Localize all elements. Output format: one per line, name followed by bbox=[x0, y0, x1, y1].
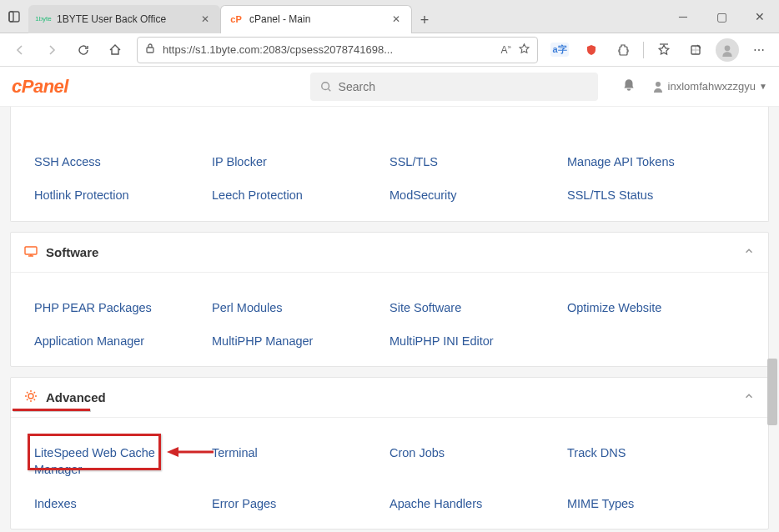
link-php-pear-packages[interactable]: PHP PEAR Packages bbox=[34, 301, 152, 314]
extensions-button[interactable] bbox=[608, 37, 638, 63]
forward-button[interactable] bbox=[37, 37, 67, 63]
tab-cpanel[interactable]: cP cPanel - Main ✕ bbox=[220, 5, 412, 33]
software-icon bbox=[24, 244, 38, 260]
link-ssl-tls-status[interactable]: SSL/TLS Status bbox=[567, 188, 653, 202]
link-ssh-access[interactable]: SSH Access bbox=[34, 155, 101, 168]
home-button[interactable] bbox=[100, 37, 130, 63]
close-icon[interactable]: ✕ bbox=[390, 13, 403, 25]
link-ip-blocker[interactable]: IP Blocker bbox=[212, 155, 267, 168]
maximize-button[interactable]: ▢ bbox=[702, 2, 741, 32]
translate-button[interactable]: a字 bbox=[545, 37, 575, 63]
link-manage-api-tokens[interactable]: Manage API Tokens bbox=[567, 155, 675, 168]
scrollbar-thumb[interactable] bbox=[767, 359, 777, 425]
tab-1byte[interactable]: 1byte 1BYTE User Back Office ✕ bbox=[28, 5, 220, 33]
svg-rect-7 bbox=[25, 247, 37, 254]
refresh-button[interactable] bbox=[68, 37, 98, 63]
browser-toolbar: https://s1.1byte.com:2083/cpsess20787416… bbox=[0, 33, 779, 67]
chevron-up-icon[interactable] bbox=[743, 390, 755, 404]
profile-button[interactable] bbox=[712, 37, 742, 63]
svg-rect-2 bbox=[147, 48, 153, 53]
link-optimize-website[interactable]: Optimize Website bbox=[567, 301, 661, 314]
svg-point-6 bbox=[656, 82, 661, 87]
link-perl-modules[interactable]: Perl Modules bbox=[212, 301, 283, 314]
shield-button[interactable] bbox=[576, 37, 606, 63]
tab-label: 1BYTE User Back Office bbox=[57, 13, 199, 25]
link-multiphp-manager[interactable]: MultiPHP Manager bbox=[212, 334, 313, 348]
link-track-dns[interactable]: Track DNS bbox=[567, 446, 626, 459]
lock-icon bbox=[144, 43, 156, 57]
username: inxlomfahwxzzgyu bbox=[668, 80, 756, 93]
address-bar[interactable]: https://s1.1byte.com:2083/cpsess20787416… bbox=[137, 37, 538, 63]
software-items: PHP PEAR Packages Perl Modules Site Soft… bbox=[11, 273, 768, 367]
cpanel-logo[interactable]: cPanel bbox=[12, 76, 68, 98]
software-panel: Software PHP PEAR Packages Perl Modules … bbox=[10, 232, 769, 368]
link-multiphp-ini-editor[interactable]: MultiPHP INI Editor bbox=[390, 334, 494, 348]
minimize-button[interactable]: ─ bbox=[664, 2, 702, 32]
link-terminal[interactable]: Terminal bbox=[212, 446, 258, 459]
link-modsecurity[interactable]: ModSecurity bbox=[390, 188, 457, 202]
svg-point-4 bbox=[725, 45, 731, 51]
favicon-1byte: 1byte bbox=[37, 13, 50, 26]
advanced-icon bbox=[24, 389, 38, 405]
annotation-box bbox=[28, 434, 161, 470]
advanced-title: Advanced bbox=[46, 390, 106, 404]
link-mime-types[interactable]: MIME Types bbox=[567, 497, 634, 510]
cpanel-header: cPanel inxlomfahwxzzgyu ▼ bbox=[0, 67, 779, 107]
annotation-arrow bbox=[165, 444, 215, 460]
tab-overview-button[interactable] bbox=[0, 0, 28, 33]
close-icon[interactable]: ✕ bbox=[199, 13, 212, 25]
user-icon bbox=[651, 80, 665, 93]
notifications-button[interactable] bbox=[621, 78, 636, 95]
svg-point-8 bbox=[28, 394, 33, 399]
advanced-header[interactable]: Advanced bbox=[11, 378, 768, 418]
link-error-pages[interactable]: Error Pages bbox=[212, 497, 276, 510]
link-application-manager[interactable]: Application Manager bbox=[34, 334, 144, 348]
link-cron-jobs[interactable]: Cron Jobs bbox=[390, 446, 445, 459]
annotation-underline bbox=[13, 409, 90, 411]
favicon-cpanel: cP bbox=[229, 13, 243, 26]
close-window-button[interactable]: ✕ bbox=[741, 2, 779, 32]
search-input[interactable] bbox=[310, 73, 598, 101]
tab-label: cPanel - Main bbox=[249, 13, 390, 25]
new-tab-button[interactable]: + bbox=[412, 8, 437, 33]
user-menu[interactable]: inxlomfahwxzzgyu ▼ bbox=[651, 80, 767, 93]
software-header[interactable]: Software bbox=[11, 233, 768, 273]
favorite-icon[interactable] bbox=[518, 43, 530, 58]
link-apache-handlers[interactable]: Apache Handlers bbox=[390, 497, 482, 510]
favorites-button[interactable] bbox=[649, 37, 679, 63]
software-title: Software bbox=[46, 245, 98, 259]
avatar-icon bbox=[716, 38, 739, 62]
back-button[interactable] bbox=[5, 37, 35, 63]
url-text: https://s1.1byte.com:2083/cpsess20787416… bbox=[163, 43, 495, 56]
svg-marker-10 bbox=[167, 447, 178, 457]
reader-icon[interactable]: A» bbox=[501, 43, 511, 56]
chevron-up-icon[interactable] bbox=[743, 245, 755, 259]
link-ssl-tls[interactable]: SSL/TLS bbox=[390, 155, 438, 168]
svg-point-5 bbox=[321, 82, 329, 89]
search-icon bbox=[320, 81, 332, 93]
link-indexes[interactable]: Indexes bbox=[34, 497, 77, 510]
svg-rect-1 bbox=[9, 12, 13, 22]
security-panel: SSH Access IP Blocker SSL/TLS Manage API… bbox=[10, 107, 769, 222]
browser-tabs: 1byte 1BYTE User Back Office ✕ cP cPanel… bbox=[28, 0, 664, 33]
link-hotlink-protection[interactable]: Hotlink Protection bbox=[34, 188, 129, 202]
content-area: SSH Access IP Blocker SSL/TLS Manage API… bbox=[0, 107, 779, 532]
svg-rect-0 bbox=[9, 12, 19, 22]
link-leech-protection[interactable]: Leech Protection bbox=[212, 188, 303, 202]
link-site-software[interactable]: Site Software bbox=[390, 301, 461, 314]
browser-titlebar: 1byte 1BYTE User Back Office ✕ cP cPanel… bbox=[0, 0, 779, 33]
collections-button[interactable] bbox=[681, 37, 711, 63]
chevron-down-icon: ▼ bbox=[759, 82, 767, 91]
search-field[interactable] bbox=[339, 80, 588, 93]
security-items: SSH Access IP Blocker SSL/TLS Manage API… bbox=[11, 127, 768, 221]
window-controls: ─ ▢ ✕ bbox=[664, 2, 779, 32]
menu-button[interactable]: ⋯ bbox=[744, 37, 774, 63]
